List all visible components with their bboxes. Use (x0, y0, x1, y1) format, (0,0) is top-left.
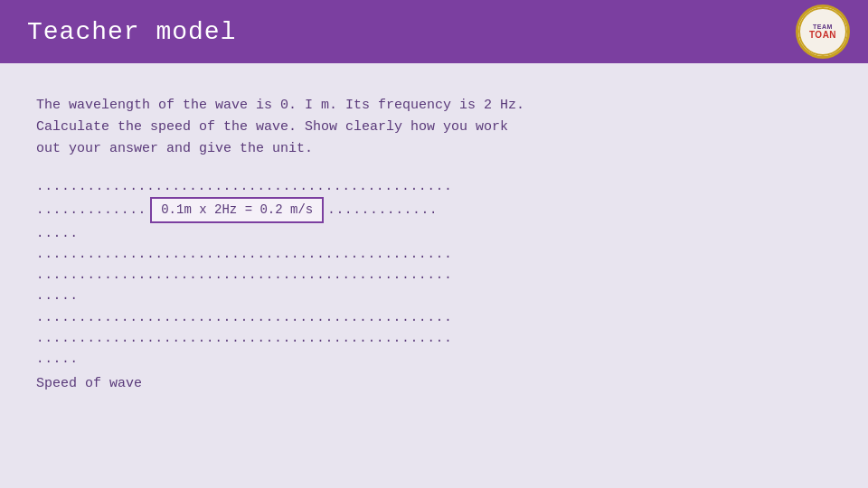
toan-label: TOAN (809, 30, 836, 40)
dots-row-4: ........................................… (36, 244, 832, 265)
dots-1: ........................................… (36, 176, 453, 197)
dots-row-2: ............. 0.1m x 2Hz = 0.2 m/s .....… (36, 197, 832, 223)
dots-8: ........................................… (36, 328, 453, 349)
dots-2-post: ............. (327, 200, 438, 221)
answer-area: ........................................… (36, 176, 832, 396)
dots-row-5: ........................................… (36, 265, 832, 286)
dots-6: ..... (36, 286, 79, 306)
dots-row-1: ........................................… (36, 176, 832, 197)
dots-4: ........................................… (36, 244, 453, 265)
question-line3: out your answer and give the unit. (36, 138, 832, 160)
dots-row-9: ..... (36, 349, 832, 370)
dots-7: ........................................… (36, 307, 453, 328)
dots-3: ..... (36, 223, 79, 244)
header: Teacher model TEAM TOAN (0, 0, 868, 63)
dots-5: ........................................… (36, 265, 453, 286)
team-badge: TEAM TOAN (796, 5, 850, 59)
question-line2: Calculate the speed of the wave. Show cl… (36, 117, 832, 138)
question-block: The wavelength of the wave is 0. I m. It… (36, 95, 832, 160)
speed-label: Speed of wave (36, 373, 832, 396)
dots-row-3: ..... (36, 223, 832, 244)
dots-row-6: ..... (36, 286, 832, 306)
main-content: The wavelength of the wave is 0. I m. It… (0, 63, 868, 488)
answer-formula: 0.1m x 2Hz = 0.2 m/s (150, 197, 324, 223)
dots-2-pre: ............. (36, 200, 146, 221)
dots-9: ..... (36, 349, 79, 370)
team-label: TEAM (809, 23, 836, 30)
dots-row-8: ........................................… (36, 328, 832, 349)
page-title: Teacher model (27, 18, 236, 46)
dots-row-7: ........................................… (36, 307, 832, 328)
question-line1: The wavelength of the wave is 0. I m. It… (36, 95, 832, 117)
